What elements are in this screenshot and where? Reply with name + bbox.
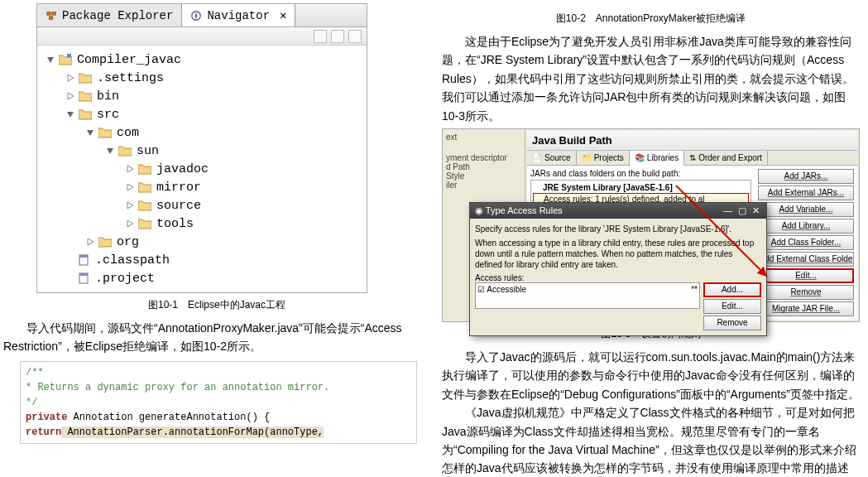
node-label: .project: [95, 272, 155, 286]
disclosure-open-icon[interactable]: [105, 146, 115, 156]
disclosure-closed-icon[interactable]: [65, 91, 75, 101]
close-icon[interactable]: ✕: [280, 8, 286, 22]
disclosure-closed-icon[interactable]: [125, 164, 135, 174]
tree-node[interactable]: .settings: [41, 69, 363, 87]
node-label: bin: [97, 89, 119, 104]
add-class-folder-button[interactable]: Add Class Folder...: [758, 235, 854, 250]
svg-rect-1: [52, 12, 55, 15]
disclosure-closed-icon[interactable]: [125, 182, 135, 192]
tree-item[interactable]: JRE System Library [JavaSE-1.6]: [533, 182, 749, 193]
node-label: sun: [137, 144, 159, 158]
tab-bar: Package Explorer Navigator ✕: [37, 4, 367, 27]
node-label: .classpath: [95, 253, 170, 267]
dlg-add-button[interactable]: Add...: [703, 282, 761, 297]
jars-label: JARs and class folders on the build path…: [530, 169, 751, 178]
add-external-class-folder-button[interactable]: Add External Class Folde: [758, 252, 854, 267]
node-label: source: [156, 199, 201, 213]
libraries-icon: 📚: [635, 153, 645, 162]
source-icon: 📄: [532, 153, 542, 162]
file-icon: [79, 272, 90, 284]
node-label: com: [117, 126, 139, 140]
tree-node[interactable]: sun: [41, 142, 363, 160]
project-icon: [59, 54, 72, 65]
file-icon: [79, 254, 90, 266]
folder-icon: [79, 90, 92, 102]
disclosure-open-icon[interactable]: [85, 128, 95, 137]
package-explorer-panel: Package Explorer Navigator ✕ Compiler_ja…: [36, 3, 367, 293]
node-label: tools: [156, 217, 194, 231]
button-column: Add JARs... Add External JARs... Add Var…: [755, 169, 854, 316]
dlg-remove-button[interactable]: Remove: [703, 316, 761, 330]
disclosure-closed-icon[interactable]: [125, 200, 135, 210]
node-label: org: [117, 235, 139, 249]
cat-item[interactable]: ext: [446, 132, 521, 142]
code-line: return AnnotationParser.annotationForMap…: [26, 425, 411, 440]
toolbar-strip: [37, 27, 367, 46]
folder-icon: [79, 72, 92, 84]
svg-rect-8: [79, 273, 88, 276]
disclosure-open-icon[interactable]: [46, 55, 55, 65]
rules-label: Access rules:: [475, 273, 761, 282]
tree-node[interactable]: source: [41, 196, 363, 214]
menu-icon[interactable]: [348, 30, 362, 43]
tab-libraries[interactable]: 📚Libraries: [630, 151, 684, 166]
tree-node[interactable]: com: [41, 123, 363, 142]
link-icon[interactable]: [331, 30, 344, 43]
tab-navigator[interactable]: Navigator ✕: [182, 4, 295, 26]
dialog-description: Specify access rules for the library 'JR…: [475, 224, 761, 234]
window-controls[interactable]: — ▢ ✕: [723, 205, 761, 216]
tree-node[interactable]: .classpath: [41, 251, 363, 269]
tree-node[interactable]: bin: [41, 87, 363, 105]
code-line: * Returns a dynamic proxy for an annotat…: [26, 380, 411, 395]
svg-rect-2: [49, 16, 52, 19]
cat-item[interactable]: Style: [446, 171, 521, 181]
add-external-jars-button[interactable]: Add External JARs...: [758, 186, 854, 200]
paragraph: 导入代码期间，源码文件“AnnotationProxyMaker.java”可能…: [3, 319, 430, 356]
rule-row[interactable]: ☑ Accessible **: [477, 285, 698, 294]
svg-rect-6: [79, 255, 88, 258]
tab-source[interactable]: 📄Source: [527, 151, 577, 165]
tab-order[interactable]: ⇅Order and Export: [684, 151, 768, 165]
dialog-title: ◉ Type Access Rules: [475, 205, 563, 216]
disclosure-closed-icon[interactable]: [65, 73, 75, 83]
tree-node-root[interactable]: Compiler_javac: [41, 51, 363, 69]
svg-rect-4: [67, 54, 71, 57]
type-access-rules-dialog: ◉ Type Access Rules — ▢ ✕ Specify access…: [469, 202, 767, 336]
folder-icon: [138, 200, 151, 211]
tree-node[interactable]: src: [41, 105, 363, 123]
add-variable-button[interactable]: Add Variable...: [758, 202, 854, 217]
folder-icon: [118, 145, 132, 157]
folder-icon: [98, 127, 112, 138]
tree-node[interactable]: .project: [41, 269, 363, 287]
package-icon: [46, 10, 57, 22]
folder-icon: [138, 181, 151, 193]
paragraph: 这是由于Eclipse为了避免开发人员引用非标准Java类库可能导致的兼容性问题…: [442, 32, 860, 125]
tab-projects[interactable]: 📁Projects: [577, 151, 630, 165]
add-library-button[interactable]: Add Library...: [758, 219, 854, 234]
tab-label: Navigator: [207, 9, 270, 22]
disclosure-closed-icon[interactable]: [85, 237, 95, 247]
tree-node[interactable]: mirror: [41, 178, 363, 196]
edit-button[interactable]: Edit...: [758, 268, 854, 283]
tree-node[interactable]: tools: [41, 214, 363, 233]
tree-node[interactable]: javadoc: [41, 160, 363, 178]
tab-package-explorer[interactable]: Package Explorer: [37, 4, 182, 26]
dlg-edit-button[interactable]: Edit...: [703, 299, 761, 314]
folder-icon: [138, 218, 151, 229]
cat-item[interactable]: iler: [446, 181, 521, 190]
migrate-jar-button[interactable]: Migrate JAR File...: [758, 301, 854, 316]
disclosure-closed-icon[interactable]: [125, 219, 135, 229]
tree-node[interactable]: org: [41, 233, 363, 251]
node-label: mirror: [156, 181, 201, 195]
figure-caption: 图10-1 Eclipse中的Javac工程: [3, 298, 430, 312]
node-label: .settings: [97, 71, 164, 85]
cat-item[interactable]: yment descriptor: [446, 153, 521, 162]
cat-item[interactable]: d Path: [446, 162, 521, 171]
code-line: */: [26, 395, 411, 410]
folder-icon: [79, 108, 92, 120]
compass-icon: [190, 10, 202, 22]
add-jars-button[interactable]: Add JARs...: [758, 169, 854, 184]
disclosure-open-icon[interactable]: [65, 109, 75, 119]
collapse-icon[interactable]: [314, 30, 327, 43]
remove-button[interactable]: Remove: [758, 285, 854, 300]
